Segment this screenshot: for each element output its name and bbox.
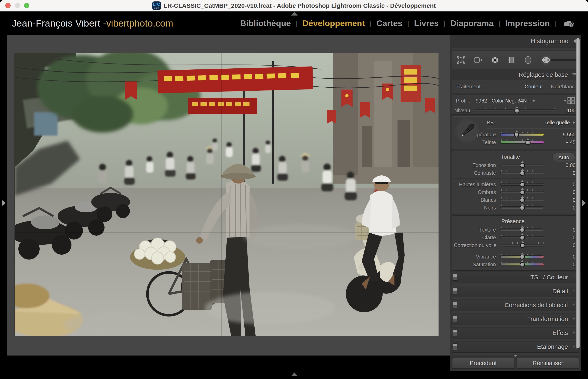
panel-toggle-switch[interactable] xyxy=(453,344,457,350)
ombres-slider[interactable]: Ombres0 xyxy=(454,188,575,196)
profile-stepper-icon[interactable] xyxy=(563,98,567,104)
photo[interactable] xyxy=(15,53,439,336)
module-bibliotheque[interactable]: Bibliothèque xyxy=(240,19,291,28)
niveau-thumb[interactable] xyxy=(514,108,519,113)
red-eye-tool-icon[interactable] xyxy=(490,55,500,65)
contraste-slider[interactable]: Contraste0 xyxy=(454,169,575,177)
clarte-thumb[interactable] xyxy=(520,235,525,240)
window-controls xyxy=(5,3,30,8)
panel-header-tsl-couleur[interactable]: TSL / Couleur xyxy=(450,272,581,283)
histogram-title: Histogramme xyxy=(450,37,581,45)
module-diaporama[interactable]: Diaporama xyxy=(450,19,494,28)
exposition-slider[interactable]: Exposition0,00 xyxy=(454,161,575,169)
clarte-slider[interactable]: Clarté0 xyxy=(454,234,575,241)
panel-toggle-switch[interactable] xyxy=(453,302,457,308)
panel-toggle-switch[interactable] xyxy=(453,330,457,336)
profile-value[interactable]: 9962 - Color Neg. 34N - xyxy=(476,98,530,104)
presence-sliders-top: Texture0Clarté0Correction du voile0 xyxy=(452,226,579,249)
wb-value[interactable]: Telle quelle xyxy=(544,120,570,126)
wb-divider xyxy=(487,128,575,129)
vibrance-slider[interactable]: Vibrance0 xyxy=(454,253,575,261)
saturation-track[interactable] xyxy=(500,263,544,266)
close-window-button[interactable] xyxy=(5,3,11,8)
exposition-track[interactable] xyxy=(500,164,544,166)
hautes-lumieres-thumb[interactable] xyxy=(520,182,525,187)
panel-header-etalonnage[interactable]: Etalonnage xyxy=(450,342,581,352)
niveau-track[interactable] xyxy=(475,109,556,112)
blancs-slider[interactable]: Blancs0 xyxy=(454,196,575,204)
temperature-thumb[interactable] xyxy=(514,132,519,137)
noirs-track[interactable] xyxy=(500,206,544,209)
profile-browser-icon[interactable] xyxy=(567,97,575,104)
contraste-track[interactable] xyxy=(500,172,544,174)
hautes-lumieres-slider[interactable]: Hautes lumières0 xyxy=(454,180,575,188)
show-left-panel-arrow[interactable] xyxy=(2,200,6,206)
vibrance-track[interactable] xyxy=(500,255,544,258)
module-impression[interactable]: Impression xyxy=(505,19,550,28)
noirs-slider[interactable]: Noirs0 xyxy=(454,204,575,212)
panel-header-transformation[interactable]: Transformation xyxy=(450,314,581,324)
blancs-thumb[interactable] xyxy=(520,198,525,203)
radial-filter-tool-icon[interactable] xyxy=(523,55,533,65)
ombres-track[interactable] xyxy=(500,191,544,193)
macos-titlebar: LrC CAT LR-CLASSIC_CatMBP_2020-v10.lrcat… xyxy=(0,0,588,11)
panel-header-corrections-de-l-objectif[interactable]: Corrections de l'objectif xyxy=(450,300,581,310)
texture-thumb[interactable] xyxy=(520,227,525,233)
module-developpement[interactable]: Développement xyxy=(302,19,365,28)
right-panel-scroll-area: Histogramme xyxy=(450,35,581,356)
window-title: LR-CLASSIC_CatMBP_2020-v10.lrcat - Adobe… xyxy=(164,2,436,9)
histogram-collapsed-strip[interactable] xyxy=(452,47,579,50)
wb-updown-icon[interactable] xyxy=(572,120,575,125)
amount-slider[interactable]: Niveau100 xyxy=(454,107,575,114)
minimize-window-button[interactable] xyxy=(15,3,20,8)
clarte-label: Clarté xyxy=(454,235,499,240)
correction-du-voile-thumb[interactable] xyxy=(520,243,525,248)
correction-du-voile-track[interactable] xyxy=(501,244,544,246)
collapse-top-panel-arrow[interactable] xyxy=(291,12,298,16)
noirs-thumb[interactable] xyxy=(520,205,525,210)
graduated-filter-tool-icon[interactable] xyxy=(507,55,516,65)
clarte-track[interactable] xyxy=(500,236,544,239)
previous-button[interactable]: Précédent xyxy=(452,358,514,369)
panel-toggle-switch[interactable] xyxy=(453,274,457,281)
module-cartes[interactable]: Cartes xyxy=(376,19,402,28)
white-balance-dropper[interactable] xyxy=(455,118,480,143)
basic-panel-header[interactable]: Réglages de base xyxy=(450,70,581,79)
exposition-thumb[interactable] xyxy=(520,163,525,168)
blancs-track[interactable] xyxy=(500,199,544,201)
ombres-thumb[interactable] xyxy=(520,190,525,195)
panel-footer: Précédent Réinitialiser xyxy=(450,356,581,371)
fullscreen-window-button[interactable] xyxy=(24,3,30,8)
crop-tool-icon[interactable] xyxy=(456,55,466,65)
texture-track[interactable] xyxy=(500,228,544,231)
show-filmstrip-arrow[interactable] xyxy=(291,372,298,376)
spot-removal-tool-icon[interactable] xyxy=(473,55,483,65)
panel-toggle-switch[interactable] xyxy=(453,316,457,322)
teinte-track[interactable] xyxy=(500,141,544,143)
panel-header-effets[interactable]: Effets xyxy=(450,328,581,338)
identity-plate[interactable]: Jean-François Vibert - vibertphoto.com xyxy=(12,11,173,35)
panel-toggle-switch[interactable] xyxy=(453,288,457,294)
auto-button[interactable]: Auto xyxy=(553,153,575,162)
sync-cloud-icon[interactable]: ! xyxy=(563,19,574,28)
adjustment-brush-tool-icon[interactable] xyxy=(540,54,579,66)
treatment-bw-option[interactable]: Noir/blanc xyxy=(551,83,575,90)
panel-header-detail[interactable]: Détail xyxy=(450,286,581,296)
hautes-lumieres-track[interactable] xyxy=(500,183,544,186)
clarte-value: 0 xyxy=(545,235,575,240)
treatment-color-option[interactable]: Couleur xyxy=(525,83,543,90)
vibrance-thumb[interactable] xyxy=(520,254,525,260)
module-livres[interactable]: Livres xyxy=(414,19,439,28)
correction-du-voile-slider[interactable]: Correction du voile0 xyxy=(454,241,575,249)
saturation-slider[interactable]: Saturation0 xyxy=(454,261,575,268)
temperature-track[interactable] xyxy=(500,133,544,136)
saturation-thumb[interactable] xyxy=(520,262,525,267)
panel-scrollbar[interactable] xyxy=(576,38,580,348)
histogram-panel-header[interactable]: Histogramme xyxy=(450,35,581,47)
profile-updown-icon[interactable] xyxy=(532,98,536,104)
collapse-right-panel-arrow[interactable] xyxy=(582,200,586,206)
contraste-thumb[interactable] xyxy=(520,171,525,176)
reset-button[interactable]: Réinitialiser xyxy=(517,358,579,369)
teinte-thumb[interactable] xyxy=(525,140,530,145)
texture-slider[interactable]: Texture0 xyxy=(454,226,575,234)
